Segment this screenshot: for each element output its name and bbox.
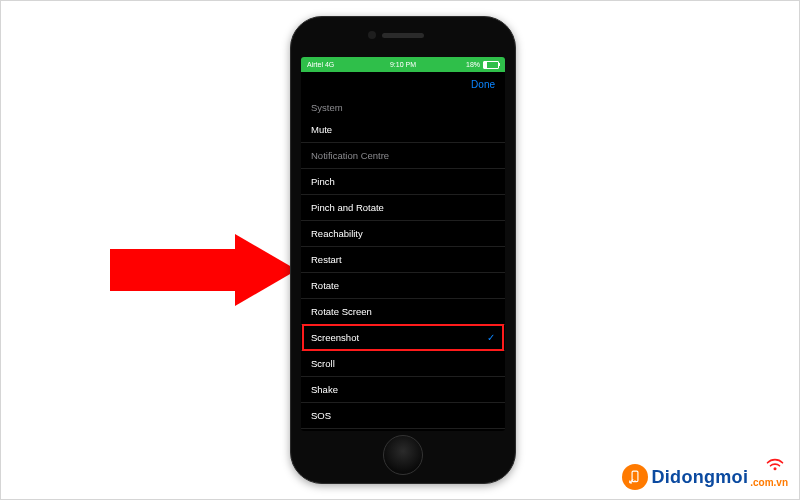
row-pinch-rotate[interactable]: Pinch and Rotate — [301, 195, 505, 221]
row-label: Shake — [311, 384, 338, 395]
row-label: Reachability — [311, 228, 363, 239]
row-label: Pinch — [311, 176, 335, 187]
row-pinch[interactable]: Pinch — [301, 169, 505, 195]
phone-speaker — [382, 33, 424, 38]
row-scroll[interactable]: Scroll — [301, 351, 505, 377]
row-label: Notification Centre — [311, 150, 389, 161]
row-label: Mute — [311, 124, 332, 135]
row-label: SOS — [311, 410, 331, 421]
row-label: Screenshot — [311, 332, 359, 343]
watermark: Didongmoi .com.vn — [622, 464, 788, 490]
checkmark-icon: ✓ — [487, 332, 495, 343]
row-rotate-screen[interactable]: Rotate Screen — [301, 299, 505, 325]
row-screenshot[interactable]: Screenshot ✓ — [301, 325, 505, 351]
row-label: Pinch and Rotate — [311, 202, 384, 213]
status-battery-pct: 18% — [466, 61, 480, 68]
svg-point-1 — [634, 480, 635, 481]
status-carrier: Airtel 4G — [307, 61, 334, 68]
row-rotate[interactable]: Rotate — [301, 273, 505, 299]
nav-bar: Done — [301, 72, 505, 96]
row-sos[interactable]: SOS — [301, 403, 505, 429]
phone-pointer-icon — [622, 464, 648, 490]
row-label: Scroll — [311, 358, 335, 369]
home-button[interactable] — [383, 435, 423, 475]
row-label: Restart — [311, 254, 342, 265]
wifi-icon — [766, 458, 784, 476]
row-restart[interactable]: Restart — [301, 247, 505, 273]
battery-icon — [483, 61, 499, 69]
row-notification-centre[interactable]: Notification Centre — [301, 143, 505, 169]
section-system: System — [301, 96, 505, 117]
row-mute[interactable]: Mute — [301, 117, 505, 143]
phone-camera-dot — [368, 31, 376, 39]
status-bar: Airtel 4G 9:10 PM 18% — [301, 57, 505, 72]
row-shake[interactable]: Shake — [301, 377, 505, 403]
row-label: Rotate — [311, 280, 339, 291]
watermark-brand: Didongmoi — [652, 467, 749, 488]
row-reachability[interactable]: Reachability — [301, 221, 505, 247]
settings-list: System Mute Notification Centre Pinch Pi… — [301, 96, 505, 431]
phone-screen: Airtel 4G 9:10 PM 18% Done System Mute N… — [301, 57, 505, 431]
watermark-suffix: .com.vn — [750, 477, 788, 488]
row-spotlight[interactable]: Spotlight — [301, 429, 505, 431]
done-button[interactable]: Done — [471, 79, 495, 90]
phone-frame: Airtel 4G 9:10 PM 18% Done System Mute N… — [290, 16, 516, 484]
status-time: 9:10 PM — [390, 61, 416, 68]
row-label: Rotate Screen — [311, 306, 372, 317]
